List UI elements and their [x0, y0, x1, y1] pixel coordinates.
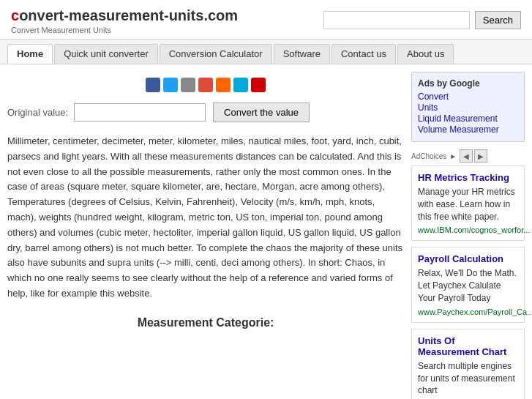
ad-body-hr: Manage your HR metrics with ease. Learn …: [418, 186, 518, 223]
convert-button[interactable]: Convert the value: [213, 102, 310, 122]
ads-link-units[interactable]: Units: [418, 102, 518, 113]
ad-choices-bar: AdChoices ► ◀ ▶: [411, 149, 525, 163]
ad-choices-icon: ►: [449, 152, 457, 160]
ad-choices-label: AdChoices: [411, 152, 446, 160]
twitter-icon[interactable]: [163, 78, 178, 92]
content-area: Original value: Convert the value Millim…: [7, 72, 404, 399]
original-value-label: Original value:: [7, 107, 68, 118]
add-icon[interactable]: [251, 78, 266, 92]
ad-body-payroll: Relax, We'll Do the Math. Let Paychex Ca…: [418, 267, 518, 304]
ads-link-convert[interactable]: Convert: [418, 92, 518, 102]
original-value-input[interactable]: [74, 103, 206, 122]
tab-about-us[interactable]: About us: [397, 44, 454, 64]
bookmark-icon[interactable]: [216, 78, 231, 92]
description-text: Millimeter, centimeter, decimeter, meter…: [7, 134, 404, 302]
ads-link-volume[interactable]: Volume Measuremer: [418, 124, 518, 135]
tab-home[interactable]: Home: [7, 44, 53, 64]
ad-nav-prev[interactable]: ◀: [460, 149, 473, 163]
tab-contact-us[interactable]: Contact us: [331, 44, 396, 64]
tab-software[interactable]: Software: [274, 44, 330, 64]
ads-link-liquid[interactable]: Liquid Measurement: [418, 113, 518, 124]
search-button[interactable]: Search: [475, 11, 521, 29]
sidebar-ad-hr-metrics: HR Metrics Tracking Manage your HR metri…: [411, 165, 525, 241]
ad-nav-next[interactable]: ▶: [474, 149, 487, 163]
googleplus-icon[interactable]: [198, 78, 213, 92]
sidebar-ad-payroll: Payroll Calculation Relax, We'll Do the …: [411, 247, 525, 322]
converter-form: Original value: Convert the value: [7, 102, 404, 122]
search-area: Search: [323, 11, 521, 29]
ad-heading-units[interactable]: Units Of Measurement Chart: [418, 335, 518, 357]
facebook-icon[interactable]: [146, 78, 160, 92]
ads-by-google-box: Ads by Google Convert Units Liquid Measu…: [411, 72, 525, 142]
ad-url-payroll: www.Paychex.com/Payroll_Ca...: [418, 307, 518, 316]
site-title-rest: onvert-measurement-units.com: [19, 7, 238, 23]
main-wrapper: Original value: Convert the value Millim…: [0, 64, 532, 399]
tab-conversion-calculator[interactable]: Conversion Calculator: [160, 44, 272, 64]
measurement-category-heading: Measurement Categorie:: [7, 316, 404, 329]
social-bar: [7, 78, 404, 92]
sidebar-ad-units-chart: Units Of Measurement Chart Search multip…: [411, 329, 525, 399]
nav-bar: Home Quick unit converter Conversion Cal…: [0, 40, 532, 64]
ad-url-hr: www.IBM.com/cognos_worfor...: [418, 225, 518, 234]
ad-nav: ◀ ▶: [460, 149, 487, 163]
ad-body-units: Search multiple engines for units of mea…: [418, 360, 518, 397]
ad-heading-hr[interactable]: HR Metrics Tracking: [418, 172, 518, 183]
print-icon[interactable]: [181, 78, 195, 92]
ad-heading-payroll[interactable]: Payroll Calculation: [418, 253, 518, 264]
sidebar: Ads by Google Convert Units Liquid Measu…: [411, 72, 525, 399]
tab-quick-unit-converter[interactable]: Quick unit converter: [54, 44, 158, 64]
search-input[interactable]: [323, 11, 470, 29]
share-icon[interactable]: [233, 78, 248, 92]
ads-by-google-label: Ads by Google: [418, 78, 518, 89]
site-title-prefix: c: [11, 7, 19, 23]
